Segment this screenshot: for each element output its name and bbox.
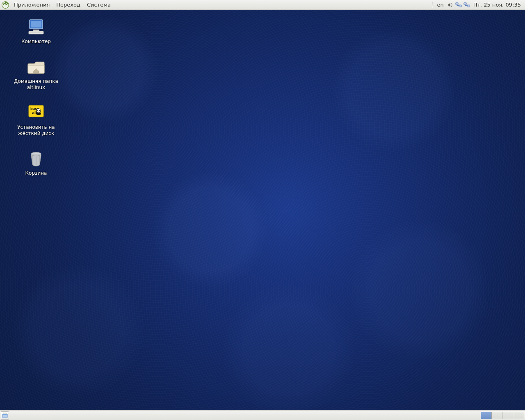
svg-rect-4 <box>467 5 470 7</box>
svg-point-17 <box>31 152 41 155</box>
trash-icon <box>26 149 46 169</box>
workspace-switcher[interactable] <box>481 412 524 419</box>
desktop-icon-label: Домашняя папка altlinux <box>14 78 58 91</box>
show-desktop-icon <box>2 413 8 418</box>
menu-system[interactable]: Система <box>84 0 114 9</box>
svg-point-0 <box>2 1 9 8</box>
svg-rect-7 <box>33 30 39 31</box>
svg-rect-8 <box>29 31 43 34</box>
svg-rect-20 <box>3 413 7 414</box>
svg-rect-5 <box>30 20 43 29</box>
desktop-icon-label: Компьютер <box>21 39 51 45</box>
distro-swirl-icon <box>1 1 9 9</box>
home-folder-icon <box>26 57 46 77</box>
workspace-2[interactable] <box>492 412 502 419</box>
keyboard-layout-indicator[interactable]: en <box>434 2 446 8</box>
tray-separator <box>432 2 433 8</box>
desktop-icon-label: Корзина <box>25 170 47 176</box>
desktop-icon-trash[interactable]: Корзина <box>7 149 65 176</box>
network-icon[interactable] <box>455 2 462 8</box>
computer-icon <box>26 17 46 37</box>
desktop-icon-home[interactable]: Домашняя папка altlinux <box>7 57 65 91</box>
svg-text:base: base <box>30 107 39 111</box>
workspace-3[interactable] <box>502 412 513 419</box>
svg-rect-10 <box>29 105 43 117</box>
svg-point-15 <box>37 110 38 111</box>
network-icon-2[interactable] <box>463 2 470 8</box>
clock[interactable]: Пт, 25 ноя, 09:35 <box>471 2 524 8</box>
svg-point-14 <box>37 109 41 113</box>
show-desktop-button[interactable] <box>1 411 9 420</box>
workspace-1[interactable] <box>481 412 492 419</box>
svg-rect-1 <box>456 2 458 5</box>
svg-point-16 <box>39 110 40 111</box>
desktop-icon-label: Установить на жёсткий диск <box>17 124 55 137</box>
svg-rect-3 <box>464 2 466 5</box>
svg-rect-2 <box>459 5 461 7</box>
main-menu-button[interactable] <box>1 0 10 9</box>
menu-places[interactable]: Переход <box>53 0 84 9</box>
menu-applications[interactable]: Приложения <box>11 0 53 9</box>
desktop-icon-computer[interactable]: Компьютер <box>7 17 65 45</box>
basealt-installer-icon: base alt <box>26 103 46 123</box>
desktop-icon-installer[interactable]: base alt Установить на жёсткий диск <box>7 103 65 137</box>
top-panel: Приложения Переход Система en Пт, 25 ноя… <box>0 0 525 10</box>
desktop-icons: Компьютер Домашняя папка altlinux base a… <box>7 17 73 176</box>
workspace-4[interactable] <box>513 412 524 419</box>
svg-text:alt: alt <box>32 111 38 115</box>
svg-rect-9 <box>30 32 43 33</box>
svg-point-13 <box>36 112 41 115</box>
svg-rect-6 <box>31 21 41 27</box>
desktop-wallpaper[interactable]: Компьютер Домашняя папка altlinux base a… <box>0 10 525 410</box>
volume-icon[interactable] <box>447 2 454 8</box>
bottom-panel <box>0 410 525 420</box>
